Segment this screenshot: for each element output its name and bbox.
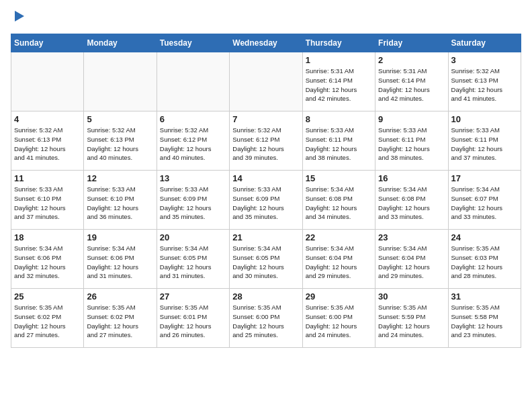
calendar-cell	[230, 52, 302, 111]
header-cell-friday: Friday	[375, 34, 448, 52]
header-cell-saturday: Saturday	[448, 34, 521, 52]
day-info: Sunrise: 5:34 AM Sunset: 6:04 PM Dayligh…	[306, 244, 372, 281]
calendar-cell: 28Sunrise: 5:35 AM Sunset: 6:00 PM Dayli…	[230, 289, 302, 348]
header-cell-tuesday: Tuesday	[157, 34, 229, 52]
calendar-cell: 11Sunrise: 5:33 AM Sunset: 6:10 PM Dayli…	[11, 171, 84, 230]
calendar-cell: 24Sunrise: 5:35 AM Sunset: 6:03 PM Dayli…	[448, 230, 521, 289]
day-number: 24	[451, 232, 518, 242]
day-number: 8	[306, 114, 372, 124]
day-number: 27	[160, 291, 226, 302]
day-info: Sunrise: 5:35 AM Sunset: 6:03 PM Dayligh…	[451, 244, 518, 281]
day-number: 17	[451, 173, 518, 183]
calendar-cell: 8Sunrise: 5:33 AM Sunset: 6:11 PM Daylig…	[302, 111, 375, 171]
svg-marker-0	[15, 11, 24, 21]
calendar-cell: 3Sunrise: 5:32 AM Sunset: 6:13 PM Daylig…	[448, 52, 521, 111]
day-info: Sunrise: 5:34 AM Sunset: 6:05 PM Dayligh…	[160, 244, 226, 281]
day-number: 28	[232, 291, 299, 302]
day-number: 1	[306, 55, 372, 65]
calendar-body: 1Sunrise: 5:31 AM Sunset: 6:14 PM Daylig…	[11, 52, 521, 348]
day-number: 6	[160, 114, 226, 124]
calendar-cell	[84, 52, 157, 111]
calendar-table: SundayMondayTuesdayWednesdayThursdayFrid…	[11, 34, 521, 348]
day-number: 23	[378, 232, 445, 242]
day-info: Sunrise: 5:34 AM Sunset: 6:05 PM Dayligh…	[232, 244, 299, 281]
calendar-cell: 14Sunrise: 5:33 AM Sunset: 6:09 PM Dayli…	[230, 171, 302, 230]
calendar-cell: 30Sunrise: 5:35 AM Sunset: 5:59 PM Dayli…	[375, 289, 448, 348]
day-number: 11	[14, 173, 81, 183]
day-number: 5	[87, 114, 153, 124]
day-info: Sunrise: 5:32 AM Sunset: 6:12 PM Dayligh…	[160, 126, 226, 163]
calendar-cell: 9Sunrise: 5:33 AM Sunset: 6:11 PM Daylig…	[375, 111, 448, 171]
day-number: 16	[378, 173, 445, 183]
calendar-cell: 26Sunrise: 5:35 AM Sunset: 6:02 PM Dayli…	[84, 289, 157, 348]
day-info: Sunrise: 5:35 AM Sunset: 6:02 PM Dayligh…	[14, 303, 81, 340]
day-number: 21	[232, 232, 299, 242]
calendar-cell: 31Sunrise: 5:35 AM Sunset: 5:58 PM Dayli…	[448, 289, 521, 348]
day-info: Sunrise: 5:33 AM Sunset: 6:10 PM Dayligh…	[14, 185, 81, 222]
calendar-cell: 7Sunrise: 5:32 AM Sunset: 6:12 PM Daylig…	[230, 111, 302, 171]
day-number: 29	[306, 291, 372, 302]
day-number: 19	[87, 232, 153, 242]
header-row: SundayMondayTuesdayWednesdayThursdayFrid…	[11, 34, 521, 52]
calendar-cell: 12Sunrise: 5:33 AM Sunset: 6:10 PM Dayli…	[84, 171, 157, 230]
day-number: 25	[14, 291, 81, 302]
day-number: 10	[451, 114, 518, 124]
calendar-cell	[157, 52, 229, 111]
calendar-header: SundayMondayTuesdayWednesdayThursdayFrid…	[11, 34, 521, 52]
calendar-week-4: 18Sunrise: 5:34 AM Sunset: 6:06 PM Dayli…	[11, 230, 521, 289]
day-number: 4	[14, 114, 81, 124]
day-info: Sunrise: 5:34 AM Sunset: 6:06 PM Dayligh…	[14, 244, 81, 281]
day-info: Sunrise: 5:34 AM Sunset: 6:08 PM Dayligh…	[306, 185, 372, 222]
calendar-cell: 13Sunrise: 5:33 AM Sunset: 6:09 PM Dayli…	[157, 171, 229, 230]
day-number: 9	[378, 114, 445, 124]
header-cell-monday: Monday	[84, 34, 157, 52]
day-number: 31	[451, 291, 518, 302]
logo	[11, 11, 27, 26]
day-info: Sunrise: 5:32 AM Sunset: 6:13 PM Dayligh…	[14, 126, 81, 163]
day-number: 13	[160, 173, 226, 183]
calendar-cell: 29Sunrise: 5:35 AM Sunset: 6:00 PM Dayli…	[302, 289, 375, 348]
calendar-week-1: 1Sunrise: 5:31 AM Sunset: 6:14 PM Daylig…	[11, 52, 521, 111]
day-number: 3	[451, 55, 518, 65]
calendar-cell: 16Sunrise: 5:34 AM Sunset: 6:08 PM Dayli…	[375, 171, 448, 230]
day-info: Sunrise: 5:33 AM Sunset: 6:11 PM Dayligh…	[306, 126, 372, 163]
day-info: Sunrise: 5:34 AM Sunset: 6:08 PM Dayligh…	[378, 185, 445, 222]
calendar-week-5: 25Sunrise: 5:35 AM Sunset: 6:02 PM Dayli…	[11, 289, 521, 348]
calendar-cell: 15Sunrise: 5:34 AM Sunset: 6:08 PM Dayli…	[302, 171, 375, 230]
calendar-cell: 19Sunrise: 5:34 AM Sunset: 6:06 PM Dayli…	[84, 230, 157, 289]
day-info: Sunrise: 5:33 AM Sunset: 6:09 PM Dayligh…	[160, 185, 226, 222]
day-number: 22	[306, 232, 372, 242]
day-info: Sunrise: 5:35 AM Sunset: 6:00 PM Dayligh…	[306, 303, 372, 340]
day-info: Sunrise: 5:31 AM Sunset: 6:14 PM Dayligh…	[378, 66, 445, 103]
calendar-cell: 22Sunrise: 5:34 AM Sunset: 6:04 PM Dayli…	[302, 230, 375, 289]
day-info: Sunrise: 5:32 AM Sunset: 6:13 PM Dayligh…	[87, 126, 153, 163]
day-number: 20	[160, 232, 226, 242]
header-cell-thursday: Thursday	[302, 34, 375, 52]
calendar-week-3: 11Sunrise: 5:33 AM Sunset: 6:10 PM Dayli…	[11, 171, 521, 230]
day-info: Sunrise: 5:34 AM Sunset: 6:04 PM Dayligh…	[378, 244, 445, 281]
calendar-cell: 25Sunrise: 5:35 AM Sunset: 6:02 PM Dayli…	[11, 289, 84, 348]
calendar-cell	[11, 52, 84, 111]
day-info: Sunrise: 5:33 AM Sunset: 6:11 PM Dayligh…	[378, 126, 445, 163]
day-info: Sunrise: 5:34 AM Sunset: 6:07 PM Dayligh…	[451, 185, 518, 222]
day-info: Sunrise: 5:35 AM Sunset: 5:59 PM Dayligh…	[378, 303, 445, 340]
day-info: Sunrise: 5:33 AM Sunset: 6:10 PM Dayligh…	[87, 185, 153, 222]
day-number: 26	[87, 291, 153, 302]
calendar-cell: 10Sunrise: 5:33 AM Sunset: 6:11 PM Dayli…	[448, 111, 521, 171]
day-info: Sunrise: 5:35 AM Sunset: 6:01 PM Dayligh…	[160, 303, 226, 340]
calendar-cell: 20Sunrise: 5:34 AM Sunset: 6:05 PM Dayli…	[157, 230, 229, 289]
day-number: 2	[378, 55, 445, 65]
day-number: 14	[232, 173, 299, 183]
day-info: Sunrise: 5:32 AM Sunset: 6:12 PM Dayligh…	[232, 126, 299, 163]
day-info: Sunrise: 5:33 AM Sunset: 6:09 PM Dayligh…	[232, 185, 299, 222]
calendar-cell: 17Sunrise: 5:34 AM Sunset: 6:07 PM Dayli…	[448, 171, 521, 230]
day-info: Sunrise: 5:35 AM Sunset: 5:58 PM Dayligh…	[451, 303, 518, 340]
logo-arrow-icon	[12, 9, 27, 24]
day-number: 7	[232, 114, 299, 124]
calendar-cell: 2Sunrise: 5:31 AM Sunset: 6:14 PM Daylig…	[375, 52, 448, 111]
header-cell-sunday: Sunday	[11, 34, 84, 52]
day-info: Sunrise: 5:35 AM Sunset: 6:02 PM Dayligh…	[87, 303, 153, 340]
day-number: 15	[306, 173, 372, 183]
day-info: Sunrise: 5:31 AM Sunset: 6:14 PM Dayligh…	[306, 66, 372, 103]
calendar-cell: 23Sunrise: 5:34 AM Sunset: 6:04 PM Dayli…	[375, 230, 448, 289]
